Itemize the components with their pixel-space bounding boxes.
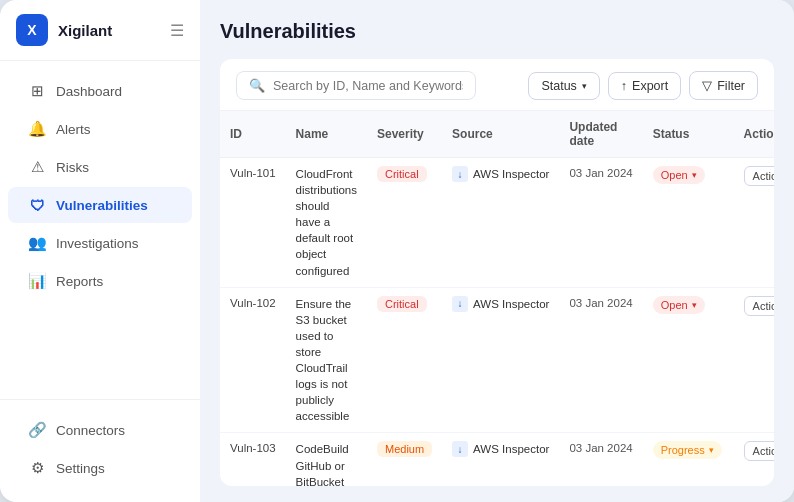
vuln-date-1: 03 Jan 2024 — [559, 287, 642, 433]
vuln-id-0: Vuln-101 — [220, 158, 286, 288]
sidebar-bottom: 🔗 Connectors ⚙ Settings — [0, 399, 200, 502]
header-row: IDNameSeveritySourceUpdated dateStatusAc… — [220, 111, 774, 158]
chevron-down-icon: ▾ — [582, 81, 587, 91]
table-wrapper: 🔍 Status ▾ ↑ Export ▽ Filter — [220, 59, 774, 486]
filter-icon: ▽ — [702, 78, 712, 93]
sidebar-item-settings[interactable]: ⚙ Settings — [8, 450, 192, 486]
page-title: Vulnerabilities — [220, 20, 356, 43]
sidebar-item-connectors[interactable]: 🔗 Connectors — [8, 412, 192, 448]
sidebar-label-connectors: Connectors — [56, 423, 125, 438]
col-action: Action — [734, 111, 774, 158]
table-header: IDNameSeveritySourceUpdated dateStatusAc… — [220, 111, 774, 158]
search-icon: 🔍 — [249, 78, 265, 93]
sidebar-brand: Xigilant — [58, 22, 112, 39]
settings-icon: ⚙ — [28, 459, 46, 477]
col-source: Source — [442, 111, 559, 158]
export-button[interactable]: ↑ Export — [608, 72, 681, 100]
vuln-name-2: CodeBuild GitHub or BitBucket source rep… — [286, 433, 367, 486]
main-content: Vulnerabilities 🔍 Status ▾ ↑ Export — [200, 0, 794, 502]
vulnerabilities-table: IDNameSeveritySourceUpdated dateStatusAc… — [220, 111, 774, 486]
connectors-icon: 🔗 — [28, 421, 46, 439]
header-actions: Status ▾ ↑ Export ▽ Filter — [528, 71, 758, 100]
status-badge-1[interactable]: Open ▾ — [653, 296, 705, 314]
vuln-name-0: CloudFront distributions should have a d… — [286, 158, 367, 288]
table-toolbar: 🔍 Status ▾ ↑ Export ▽ Filter — [220, 59, 774, 111]
vuln-status-2[interactable]: Progress ▾ — [643, 433, 734, 486]
status-button[interactable]: Status ▾ — [528, 72, 599, 100]
vuln-status-0[interactable]: Open ▾ — [643, 158, 734, 288]
sidebar-label-investigations: Investigations — [56, 236, 139, 251]
sidebar-header: X Xigilant ☰ — [0, 0, 200, 61]
vulnerabilities-icon: 🛡 — [28, 196, 46, 214]
alerts-icon: 🔔 — [28, 120, 46, 138]
source-icon-0: ↓ — [452, 166, 468, 182]
search-box[interactable]: 🔍 — [236, 71, 476, 100]
sidebar-logo: X — [16, 14, 48, 46]
status-badge-2[interactable]: Progress ▾ — [653, 441, 722, 459]
sidebar: X Xigilant ☰ ⊞ Dashboard 🔔 Alerts ⚠ Risk… — [0, 0, 200, 502]
source-icon-2: ↓ — [452, 441, 468, 457]
vuln-name-1: Ensure the S3 bucket used to store Cloud… — [286, 287, 367, 433]
table-row: Vuln-101 CloudFront distributions should… — [220, 158, 774, 288]
vuln-date-2: 03 Jan 2024 — [559, 433, 642, 486]
vuln-source-1: ↓ AWS Inspector — [442, 287, 559, 433]
vuln-severity-0: Critical — [367, 158, 442, 288]
vuln-id-1: Vuln-102 — [220, 287, 286, 433]
risks-icon: ⚠ — [28, 158, 46, 176]
sidebar-label-risks: Risks — [56, 160, 89, 175]
vuln-severity-2: Medium — [367, 433, 442, 486]
reports-icon: 📊 — [28, 272, 46, 290]
table-row: Vuln-102 Ensure the S3 bucket used to st… — [220, 287, 774, 433]
sidebar-label-reports: Reports — [56, 274, 103, 289]
filter-button[interactable]: ▽ Filter — [689, 71, 758, 100]
vuln-action-2[interactable]: Action ▾ — [734, 433, 774, 486]
sidebar-label-dashboard: Dashboard — [56, 84, 122, 99]
status-chevron-2: ▾ — [709, 445, 714, 455]
menu-icon[interactable]: ☰ — [170, 21, 184, 40]
col-status: Status — [643, 111, 734, 158]
status-chevron-0: ▾ — [692, 170, 697, 180]
table-body: Vuln-101 CloudFront distributions should… — [220, 158, 774, 487]
vuln-date-0: 03 Jan 2024 — [559, 158, 642, 288]
sidebar-item-reports[interactable]: 📊 Reports — [8, 263, 192, 299]
app-container: X Xigilant ☰ ⊞ Dashboard 🔔 Alerts ⚠ Risk… — [0, 0, 794, 502]
action-button-1[interactable]: Action ▾ — [744, 296, 774, 316]
action-button-2[interactable]: Action ▾ — [744, 441, 774, 461]
action-button-0[interactable]: Action ▾ — [744, 166, 774, 186]
table-row: Vuln-103 CodeBuild GitHub or BitBucket s… — [220, 433, 774, 486]
vuln-severity-1: Critical — [367, 287, 442, 433]
sidebar-label-alerts: Alerts — [56, 122, 91, 137]
sidebar-label-vulnerabilities: Vulnerabilities — [56, 198, 148, 213]
col-name: Name — [286, 111, 367, 158]
sidebar-item-investigations[interactable]: 👥 Investigations — [8, 225, 192, 261]
sidebar-item-vulnerabilities[interactable]: 🛡 Vulnerabilities — [8, 187, 192, 223]
col-severity: Severity — [367, 111, 442, 158]
vuln-status-1[interactable]: Open ▾ — [643, 287, 734, 433]
export-icon: ↑ — [621, 79, 627, 93]
vuln-source-0: ↓ AWS Inspector — [442, 158, 559, 288]
sidebar-item-alerts[interactable]: 🔔 Alerts — [8, 111, 192, 147]
vuln-action-1[interactable]: Action ▾ — [734, 287, 774, 433]
table-scroll-area: IDNameSeveritySourceUpdated dateStatusAc… — [220, 111, 774, 486]
col-updated-date: Updated date — [559, 111, 642, 158]
status-chevron-1: ▾ — [692, 300, 697, 310]
page-header: Vulnerabilities — [220, 20, 774, 43]
sidebar-item-risks[interactable]: ⚠ Risks — [8, 149, 192, 185]
vuln-source-2: ↓ AWS Inspector — [442, 433, 559, 486]
search-input[interactable] — [273, 79, 463, 93]
col-id: ID — [220, 111, 286, 158]
dashboard-icon: ⊞ — [28, 82, 46, 100]
vuln-action-0[interactable]: Action ▾ — [734, 158, 774, 288]
sidebar-label-settings: Settings — [56, 461, 105, 476]
investigations-icon: 👥 — [28, 234, 46, 252]
sidebar-item-dashboard[interactable]: ⊞ Dashboard — [8, 73, 192, 109]
sidebar-nav: ⊞ Dashboard 🔔 Alerts ⚠ Risks 🛡 Vulnerabi… — [0, 61, 200, 399]
vuln-id-2: Vuln-103 — [220, 433, 286, 486]
source-icon-1: ↓ — [452, 296, 468, 312]
status-badge-0[interactable]: Open ▾ — [653, 166, 705, 184]
